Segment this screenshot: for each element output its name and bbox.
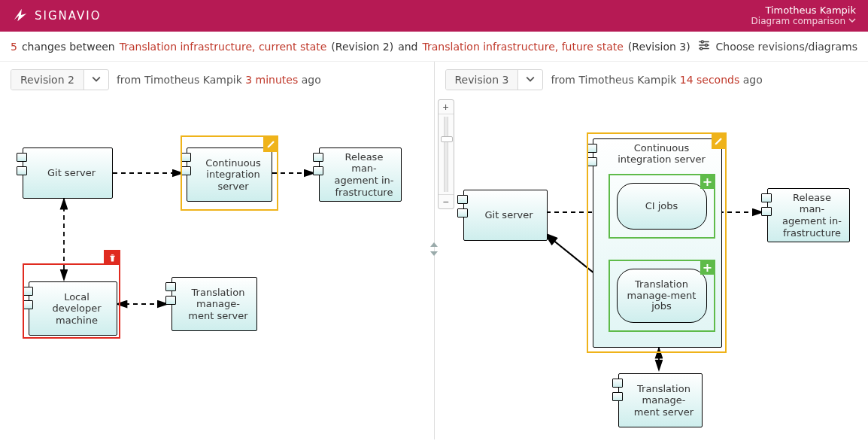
- node-translation-server[interactable]: Translation manage-ment server: [618, 373, 703, 427]
- node-ci-server[interactable]: Continuous integration server: [187, 148, 272, 202]
- lane-translation-jobs[interactable]: + Translation manage-ment jobs: [609, 260, 715, 332]
- edit-badge-icon: [263, 135, 278, 152]
- node-translation-server[interactable]: Translation manage-ment server: [171, 277, 257, 331]
- summary-bar: 5 changes between Translation infrastruc…: [0, 32, 868, 62]
- user-name: Timotheus Kampik: [751, 5, 856, 17]
- chevron-down-icon: [92, 74, 101, 86]
- ago-suffix: ago: [743, 74, 763, 86]
- right-pane-meta: from Timotheus Kampik 14 seconds ago: [551, 74, 762, 86]
- svg-point-3: [702, 41, 704, 43]
- zoom-control[interactable]: + −: [438, 99, 454, 209]
- node-release-infra[interactable]: Release man-agement in-frastructure: [767, 188, 850, 242]
- node-release-infra[interactable]: Release man-agement in-frastructure: [319, 148, 402, 202]
- node-label: Translation manage-ment server: [633, 383, 696, 418]
- pool-title: Continuous integration server: [609, 142, 715, 165]
- revision-dropdown-left[interactable]: [84, 70, 108, 90]
- revision-dropdown-right[interactable]: [518, 70, 542, 90]
- left-pane-header: Revision 2 from Timotheus Kampik 3 minut…: [0, 62, 434, 98]
- node-label: Git server: [47, 167, 96, 179]
- zoom-thumb[interactable]: [441, 136, 453, 142]
- task-translation-jobs[interactable]: Translation manage-ment jobs: [617, 269, 707, 323]
- left-pane: Revision 2 from Timotheus Kampik 3 minut…: [0, 62, 434, 439]
- from-prefix: from: [117, 74, 141, 86]
- split-view: Revision 2 from Timotheus Kampik 3 minut…: [0, 62, 868, 439]
- delete-badge-icon: [104, 250, 120, 265]
- task-ci-jobs[interactable]: CI jobs: [617, 183, 707, 230]
- lane-ci-jobs[interactable]: + CI jobs: [609, 174, 715, 239]
- change-count: 5: [11, 41, 17, 53]
- choose-revisions-button[interactable]: Choose revisions/diagrams: [697, 38, 857, 54]
- from-prefix: from: [551, 74, 575, 86]
- chevron-down-icon: [526, 74, 535, 86]
- node-label: Release man-agement in-frastructure: [782, 192, 843, 239]
- zoom-slider[interactable]: [444, 117, 448, 192]
- ago-suffix: ago: [302, 74, 321, 86]
- node-label: Translation manage-ment server: [186, 287, 250, 322]
- svg-point-5: [700, 47, 703, 50]
- revision-label-right[interactable]: Revision 3: [446, 70, 519, 90]
- node-local-dev[interactable]: Local developer machine: [29, 281, 117, 336]
- node-label: Local developer machine: [43, 291, 111, 327]
- rev-a-label: (Revision 2): [331, 41, 393, 53]
- chevron-down-icon: [848, 17, 856, 27]
- diagram-b-link[interactable]: Translation infrastructure, future state: [423, 41, 624, 53]
- author-name: Timotheus Kampik: [578, 74, 676, 86]
- node-label: Release man-agement in-frastructure: [333, 151, 395, 198]
- zoom-out-button[interactable]: −: [439, 195, 454, 208]
- svg-point-4: [706, 44, 708, 47]
- sliders-icon: [697, 38, 711, 54]
- node-label: Git server: [484, 209, 533, 221]
- author-name: Timotheus Kampik: [144, 74, 242, 86]
- time-ago: 3 minutes: [245, 74, 298, 86]
- and-word: and: [398, 41, 417, 53]
- brand-name: SIGNAVIO: [35, 9, 102, 23]
- left-pane-meta: from Timotheus Kampik 3 minutes ago: [117, 74, 321, 86]
- revision-selector-left[interactable]: Revision 2: [11, 69, 109, 90]
- revision-selector-right[interactable]: Revision 3: [445, 69, 544, 90]
- changes-word: changes between: [22, 41, 115, 53]
- right-pane-header: Revision 3 from Timotheus Kampik 14 seco…: [435, 62, 869, 98]
- rev-b-label: (Revision 3): [628, 41, 690, 53]
- plus-icon: +: [700, 260, 715, 275]
- left-canvas[interactable]: Git server Continuous integration server…: [0, 93, 434, 439]
- node-git-server[interactable]: Git server: [463, 190, 548, 241]
- node-git-server[interactable]: Git server: [23, 148, 113, 199]
- revision-label-left[interactable]: Revision 2: [11, 70, 84, 90]
- pool-ci-server[interactable]: Continuous integration server + CI jobs …: [593, 138, 722, 348]
- choose-revisions-label: Choose revisions/diagrams: [715, 41, 857, 53]
- zoom-in-button[interactable]: +: [439, 100, 454, 114]
- user-block[interactable]: Timotheus Kampik Diagram comparison: [751, 5, 856, 27]
- app-header: SIGNAVIO Timotheus Kampik Diagram compar…: [0, 0, 868, 32]
- context-label: Diagram comparison: [751, 17, 845, 27]
- plus-icon: +: [700, 174, 715, 189]
- node-label: Continuous integration server: [201, 157, 266, 193]
- diagram-a-link[interactable]: Translation infrastructure, current stat…: [120, 41, 327, 53]
- brand: SIGNAVIO: [12, 6, 102, 26]
- task-label: Translation manage-ment jobs: [622, 279, 702, 313]
- edit-badge-icon: [712, 132, 727, 149]
- task-label: CI jobs: [645, 201, 678, 212]
- right-pane: Revision 3 from Timotheus Kampik 14 seco…: [435, 62, 869, 439]
- brand-logo-icon: [12, 6, 29, 26]
- time-ago: 14 seconds: [680, 74, 740, 86]
- right-canvas[interactable]: + −: [435, 93, 869, 439]
